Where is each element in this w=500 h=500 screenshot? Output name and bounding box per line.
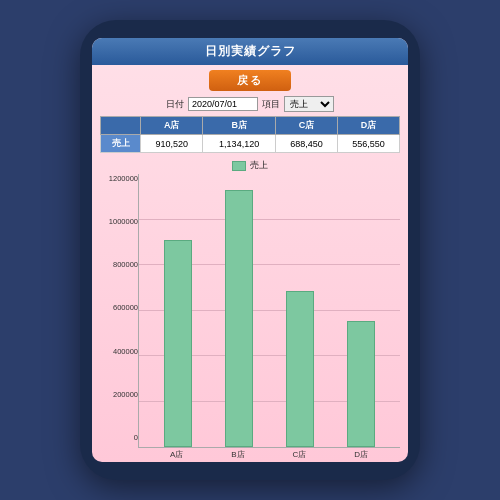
cell-c: 688,450 [276, 135, 338, 153]
col-header-c: C店 [276, 117, 338, 135]
chart-body: 1200000 1000000 800000 600000 400000 200… [100, 174, 400, 460]
chart-grid: A店 B店 C店 D店 [138, 174, 400, 460]
y-label-1: 200000 [113, 390, 138, 399]
y-label-6: 1200000 [109, 174, 138, 183]
bar-group-c [286, 174, 314, 447]
bar-group-b [225, 174, 253, 447]
col-header-a: A店 [141, 117, 203, 135]
legend-label: 売上 [250, 159, 268, 172]
chart-area: 売上 1200000 1000000 800000 600000 400000 … [92, 155, 408, 462]
bar-group-a [164, 174, 192, 447]
y-label-4: 800000 [113, 260, 138, 269]
y-label-3: 600000 [113, 303, 138, 312]
cell-b: 1,134,120 [203, 135, 276, 153]
x-label-b: B店 [231, 449, 244, 460]
cell-d: 556,550 [338, 135, 400, 153]
col-header-empty [101, 117, 141, 135]
y-axis: 1200000 1000000 800000 600000 400000 200… [100, 174, 138, 460]
x-label-a: A店 [170, 449, 183, 460]
bars-container [139, 174, 400, 447]
data-table: A店 B店 C店 D店 売上 910,520 1,134,120 688,450… [100, 116, 400, 153]
title-bar: 日別実績グラフ [92, 38, 408, 65]
date-input[interactable] [188, 97, 258, 111]
cell-a: 910,520 [141, 135, 203, 153]
bar-d [347, 321, 375, 447]
col-header-b: B店 [203, 117, 276, 135]
bar-c [286, 291, 314, 447]
bar-b [225, 190, 253, 447]
y-label-2: 400000 [113, 347, 138, 356]
legend-color-box [232, 161, 246, 171]
date-label: 日付 [166, 98, 184, 111]
back-button[interactable]: 戻る [209, 70, 291, 91]
page-title: 日別実績グラフ [205, 44, 296, 58]
grid-lines [138, 174, 400, 448]
y-label-5: 1000000 [109, 217, 138, 226]
phone-frame: 日別実績グラフ 戻る 日付 項目 売上 件数 客単価 A店 B店 C店 D [80, 20, 420, 480]
col-header-d: D店 [338, 117, 400, 135]
item-select[interactable]: 売上 件数 客単価 [284, 96, 334, 112]
back-btn-row: 戻る [92, 65, 408, 94]
x-label-d: D店 [354, 449, 368, 460]
x-axis-labels: A店 B店 C店 D店 [138, 448, 400, 460]
bar-group-d [347, 174, 375, 447]
x-label-c: C店 [293, 449, 307, 460]
filter-row: 日付 項目 売上 件数 客単価 [92, 94, 408, 114]
row-label: 売上 [101, 135, 141, 153]
chart-legend: 売上 [100, 159, 400, 172]
bar-a [164, 240, 192, 447]
screen: 日別実績グラフ 戻る 日付 項目 売上 件数 客単価 A店 B店 C店 D [92, 38, 408, 462]
item-label: 項目 [262, 98, 280, 111]
table-row: 売上 910,520 1,134,120 688,450 556,550 [101, 135, 400, 153]
